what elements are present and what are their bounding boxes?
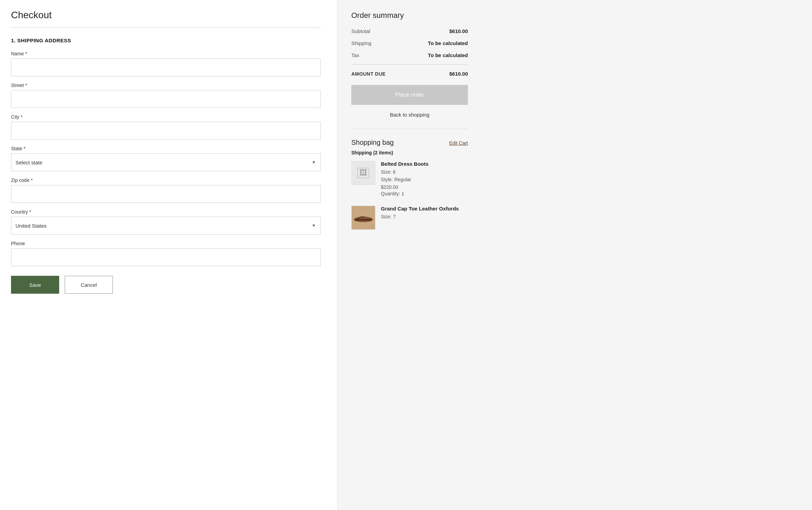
page-title: Checkout [11, 10, 321, 21]
tax-label: Tax [351, 52, 359, 58]
cart-item-name-1: Belted Dress Boots [381, 161, 468, 167]
subtotal-value: $610.00 [449, 28, 468, 34]
city-group: City * [11, 114, 321, 140]
svg-rect-1 [355, 219, 372, 221]
place-order-button[interactable]: Place order [351, 85, 468, 105]
order-summary-title: Order summary [351, 11, 468, 20]
state-label: State * [11, 146, 321, 151]
cart-item-size-1: Size: 6 [381, 168, 468, 176]
save-button[interactable]: Save [11, 276, 59, 294]
back-to-shopping-link[interactable]: Back to shopping [351, 112, 468, 118]
state-group: State * Select state Alabama Alaska Ariz… [11, 146, 321, 171]
cart-item-image-2 [351, 206, 375, 230]
cart-item-details-2: Grand Cap Toe Leather Oxfords Size: 7 [381, 206, 468, 230]
subtotal-label: Subtotal [351, 28, 370, 34]
sidebar: Order summary Subtotal $610.00 Shipping … [337, 0, 482, 510]
amount-due-label: AMOUNT DUE [351, 71, 386, 77]
phone-input[interactable] [11, 248, 321, 266]
shipping-row: Shipping To be calculated [351, 40, 468, 46]
main-divider [11, 28, 321, 28]
cart-item-2: Grand Cap Toe Leather Oxfords Size: 7 [351, 206, 468, 230]
country-select[interactable]: United States Canada United Kingdom Aust… [11, 217, 321, 235]
cart-item-name-2: Grand Cap Toe Leather Oxfords [381, 206, 468, 211]
cart-item-price-1: $220.00 [381, 184, 468, 190]
phone-label: Phone [11, 241, 321, 246]
state-select[interactable]: Select state Alabama Alaska Arizona Cali… [11, 153, 321, 171]
name-label: Name * [11, 51, 321, 56]
cart-item: Belted Dress Boots Size: 6 Style: Regula… [351, 161, 468, 197]
city-input[interactable] [11, 122, 321, 140]
phone-group: Phone [11, 241, 321, 266]
form-actions: Save Cancel [11, 276, 321, 294]
subtotal-row: Subtotal $610.00 [351, 28, 468, 34]
street-label: Street * [11, 83, 321, 88]
shipping-label: Shipping [351, 40, 371, 46]
tax-row: Tax To be calculated [351, 52, 468, 58]
shipping-section-heading: 1. SHIPPING ADDRESS [11, 37, 321, 43]
name-input[interactable] [11, 58, 321, 76]
zip-label: Zip code * [11, 177, 321, 183]
cart-item-image-1 [351, 161, 375, 185]
amount-due-value: $610.00 [449, 71, 468, 77]
tax-value: To be calculated [428, 52, 468, 58]
street-input[interactable] [11, 90, 321, 108]
amount-due-row: AMOUNT DUE $610.00 [351, 71, 468, 77]
cart-item-style-1: Style: Regular [381, 176, 468, 183]
edit-cart-link[interactable]: Edit Cart [449, 140, 468, 146]
country-select-wrapper: United States Canada United Kingdom Aust… [11, 217, 321, 235]
shoe-icon [353, 213, 374, 223]
street-group: Street * [11, 83, 321, 108]
shopping-bag-section: Shopping bag Edit Cart Shipping (2 items… [351, 129, 468, 230]
zip-input[interactable] [11, 185, 321, 203]
cart-item-details-1: Belted Dress Boots Size: 6 Style: Regula… [381, 161, 468, 197]
cart-item-quantity-1: Quantity: 1 [381, 190, 468, 197]
shopping-bag-title: Shopping bag [351, 139, 394, 147]
city-label: City * [11, 114, 321, 120]
cancel-button[interactable]: Cancel [65, 276, 113, 294]
cart-item-placeholder-icon-1 [356, 166, 371, 180]
name-group: Name * [11, 51, 321, 76]
state-select-wrapper: Select state Alabama Alaska Arizona Cali… [11, 153, 321, 171]
zip-group: Zip code * [11, 177, 321, 203]
summary-divider [351, 64, 468, 65]
country-label: Country * [11, 209, 321, 215]
cart-item-size-2: Size: 7 [381, 213, 468, 220]
country-group: Country * United States Canada United Ki… [11, 209, 321, 235]
shipping-items-label: Shipping (2 items) [351, 150, 468, 155]
shopping-bag-header: Shopping bag Edit Cart [351, 139, 468, 147]
shipping-value: To be calculated [428, 40, 468, 46]
